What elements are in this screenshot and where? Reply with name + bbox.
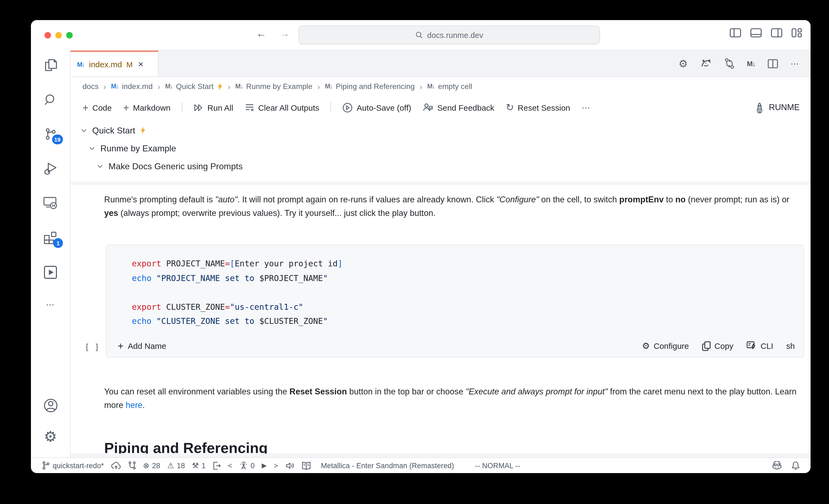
more-actions-icon[interactable]: ⋯ (791, 58, 800, 69)
markdown-icon: M↓ (165, 82, 173, 90)
code-line: export CLUSTER_ZONE="us-central1-c" (132, 300, 793, 314)
notebook-settings-gear-icon[interactable]: ⚙ (679, 58, 688, 69)
code-line: echo "PROJECT_NAME set to $PROJECT_NAME" (132, 271, 793, 285)
problems-errors-item[interactable]: ⊗ 28 (143, 461, 160, 470)
clear-all-outputs-button[interactable]: Clear All Outputs (245, 103, 319, 112)
tab-index-md[interactable]: M↓ index.md M × (71, 50, 158, 76)
chevron-down-icon[interactable] (88, 145, 96, 152)
remote-explorer-icon[interactable] (43, 196, 58, 211)
account-icon[interactable] (43, 398, 58, 413)
close-window-button[interactable] (44, 32, 51, 38)
previous-item-icon[interactable]: < (228, 461, 232, 470)
close-tab-icon[interactable]: × (138, 59, 144, 70)
run-all-button[interactable]: Run All (194, 103, 233, 112)
add-code-cell-button[interactable]: + Code (82, 102, 112, 113)
explorer-icon[interactable] (43, 58, 58, 73)
minimize-window-button[interactable] (55, 32, 62, 38)
autosave-toggle[interactable]: Auto-Save (off) (343, 102, 411, 113)
markdown-icon: M↓ (111, 82, 118, 90)
runme-notebooks-icon[interactable] (43, 265, 58, 280)
outline-heading[interactable]: Runme by Example (71, 139, 810, 157)
settings-gear-icon[interactable]: ⚙ (44, 430, 57, 444)
breadcrumb-item[interactable]: M↓index.md (111, 82, 153, 91)
volume-icon[interactable] (285, 461, 294, 470)
open-preview-icon[interactable]: M↓ (747, 60, 755, 68)
toggle-sidebar-left-icon[interactable] (730, 28, 741, 37)
compare-branches-icon[interactable] (128, 461, 136, 470)
more-views-icon[interactable]: ⋯ (46, 299, 55, 310)
exit-session-icon[interactable] (213, 461, 221, 470)
copy-icon (702, 341, 711, 351)
markdown-paragraph: Runme's prompting default is "auto". It … (104, 192, 800, 220)
cli-button[interactable]: CLI (747, 341, 773, 351)
toggle-sidebar-right-icon[interactable] (771, 28, 782, 37)
next-item-icon[interactable]: > (274, 461, 278, 470)
lightning-icon (140, 127, 146, 135)
runme-mascot-icon[interactable] (700, 59, 712, 68)
tools-item[interactable]: ⚒ 1 (192, 461, 206, 470)
inline-link[interactable]: here (125, 400, 142, 409)
copilot-icon[interactable] (772, 461, 782, 470)
autosave-icon (343, 102, 353, 113)
now-playing-item[interactable]: Metallica - Enter Sandman (Remastered) (321, 461, 454, 470)
vim-mode-indicator[interactable]: -- NORMAL -- (475, 461, 520, 470)
forward-button[interactable]: → (279, 28, 290, 40)
markdown-icon: M↓ (325, 82, 333, 90)
cell-boundary (71, 182, 810, 185)
search-icon (415, 31, 424, 39)
search-sidebar-icon[interactable] (43, 93, 58, 107)
outline-heading[interactable]: Make Docs Generic using Prompts (71, 157, 810, 175)
code-line: export PROJECT_NAME=[Enter your project … (132, 257, 793, 271)
toolbar-divider (182, 102, 183, 113)
source-control-badge: 19 (52, 135, 63, 144)
remote-tunnel-item[interactable]: 0 (239, 461, 255, 470)
language-label[interactable]: sh (786, 341, 795, 351)
add-name-button[interactable]: + Add Name (118, 341, 166, 351)
back-button[interactable]: ← (256, 28, 266, 40)
clear-outputs-icon (245, 103, 254, 112)
cli-icon (747, 341, 757, 351)
toolbar-more-icon[interactable]: ⋯ (582, 102, 591, 113)
breadcrumb-separator: › (157, 82, 160, 91)
run-debug-icon[interactable] (43, 161, 58, 176)
extensions-badge: 1 (53, 238, 63, 248)
url-bar[interactable]: docs.runme.dev (298, 26, 600, 44)
breadcrumb-item[interactable]: M↓Runme by Example (235, 82, 312, 91)
chevron-down-icon[interactable] (97, 163, 104, 170)
breadcrumb-separator: › (317, 82, 320, 91)
breadcrumb-item[interactable]: M↓Piping and Referencing (325, 82, 415, 91)
runme-brand[interactable]: RUNME (755, 102, 800, 113)
extensions-icon[interactable]: 1 (43, 230, 58, 245)
reset-session-button[interactable]: ↻ Reset Session (506, 103, 570, 112)
breadcrumb-item[interactable]: M↓empty cell (427, 82, 472, 91)
breadcrumb-item[interactable]: M↓Quick Start (165, 82, 223, 91)
split-editor-icon[interactable] (768, 59, 778, 68)
configure-button[interactable]: ⚙ Configure (642, 341, 689, 351)
code-line: echo "CLUSTER_ZONE set to $CLUSTER_ZONE" (132, 314, 793, 328)
breadcrumb-item[interactable]: docs (82, 82, 99, 91)
toggle-panel-icon[interactable] (750, 28, 762, 37)
notifications-bell-icon[interactable] (792, 461, 800, 470)
git-branch-item[interactable]: quickstart-redo* (42, 461, 104, 470)
problems-warnings-item[interactable]: ⚠ 18 (167, 461, 185, 470)
activity-bar: 19 1 ⋯ ⚙ (31, 50, 71, 457)
url-text: docs.runme.dev (427, 31, 483, 39)
source-control-icon[interactable]: 19 (43, 127, 58, 142)
zoom-window-button[interactable] (66, 32, 73, 38)
compare-changes-icon[interactable] (724, 58, 734, 69)
code-editor[interactable]: export PROJECT_NAME=[Enter your project … (106, 245, 803, 335)
outline-heading[interactable]: Quick Start (71, 121, 810, 139)
chevron-down-icon[interactable] (80, 127, 87, 134)
send-feedback-button[interactable]: Send Feedback (423, 103, 494, 112)
warning-icon: ⚠ (167, 462, 174, 469)
window-titlebar: ← → docs.runme.dev (31, 20, 810, 50)
cell-footer: + Add Name ⚙ Configure (106, 335, 803, 357)
markdown-icon: M↓ (77, 61, 85, 68)
execution-count-marker: [ ] (85, 342, 99, 352)
publish-changes-icon[interactable] (111, 461, 121, 470)
reading-book-icon[interactable] (301, 461, 311, 470)
play-item-icon[interactable]: ▶ (262, 462, 267, 469)
customize-layout-icon[interactable] (792, 28, 802, 37)
add-markdown-cell-button[interactable]: + Markdown (123, 102, 171, 113)
copy-button[interactable]: Copy (702, 341, 733, 351)
